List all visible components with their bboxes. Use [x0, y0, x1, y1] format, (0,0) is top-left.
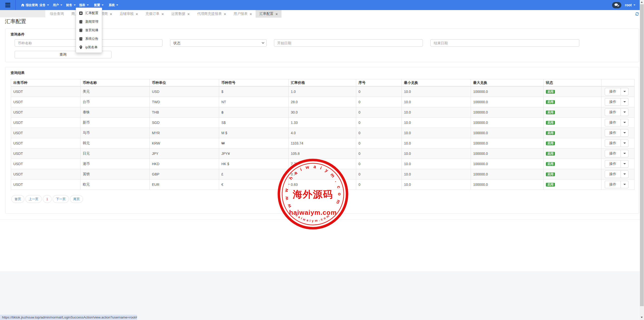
close-icon[interactable]: × [162, 12, 164, 16]
action-button[interactable]: 操作 [605, 160, 621, 168]
navbar-item-3[interactable]: 用户 [53, 0, 62, 10]
action-button[interactable]: 操作 [605, 88, 621, 95]
start-date-input[interactable] [274, 39, 423, 47]
cell-name: 英镑 [80, 169, 150, 179]
pager-last[interactable]: 尾页 [70, 195, 83, 203]
action-button[interactable]: 操作 [605, 139, 621, 147]
action-caret-button[interactable] [621, 109, 628, 116]
scrollbar-up-arrow-icon[interactable] [641, 2, 643, 3]
navbar-item-label: 财务 [66, 3, 72, 7]
menu-item-新闻管理[interactable]: 新闻管理 [76, 17, 102, 26]
menu-item-系统公告[interactable]: 系统公告 [76, 34, 102, 43]
chevron-down-icon [623, 101, 626, 102]
footer-divider [0, 220, 640, 220]
status-badge: 启用 [546, 131, 555, 135]
tab-充值订单[interactable]: 充值订单× [142, 10, 168, 18]
navbar-item-2[interactable]: 业务 [39, 0, 49, 10]
refresh-button[interactable] [635, 12, 639, 16]
close-icon[interactable]: × [136, 12, 138, 16]
cell-symbol: NT [219, 97, 289, 107]
tab-代理商充提报表[interactable]: 代理商充提报表× [193, 10, 230, 18]
action-button-group: 操作 [605, 170, 628, 178]
action-button[interactable]: 操作 [605, 150, 621, 157]
scrollbar-down-arrow-icon[interactable] [641, 317, 643, 318]
navbar-item-1[interactable]: 综合查询 [21, 0, 38, 10]
cell-seq: 0 [356, 138, 402, 148]
scrollbar-thumb[interactable] [640, 4, 644, 306]
tab-用户报表[interactable]: 用户报表× [230, 10, 256, 18]
action-caret-button[interactable] [621, 170, 628, 178]
chevron-down-icon [116, 5, 118, 6]
book-icon [79, 20, 83, 23]
tab-综合查询[interactable]: 综合查询 [46, 10, 68, 18]
cell-sell: USDT [11, 128, 80, 138]
tab-店铺审核[interactable]: 店铺审核× [116, 10, 142, 18]
action-caret-button[interactable] [621, 88, 628, 95]
user-menu[interactable]: root [625, 0, 635, 10]
pager-first[interactable]: 首页 [11, 195, 24, 203]
action-button-group: 操作 [605, 160, 628, 168]
tab-汇率配置[interactable]: 汇率配置× [256, 10, 281, 18]
cell-unit: KRW [150, 138, 219, 148]
status-select[interactable]: 状态 [170, 39, 267, 47]
menu-item-汇率配置[interactable]: 汇率配置 [76, 9, 102, 17]
action-button[interactable]: 操作 [605, 119, 621, 126]
navbar-item-7[interactable]: 系统 [109, 0, 118, 10]
status-badge: 启用 [546, 162, 555, 166]
chevron-down-icon [623, 173, 626, 175]
chat-button[interactable] [612, 2, 621, 8]
action-caret-button[interactable] [621, 98, 628, 106]
pager-current[interactable]: 1 [43, 195, 52, 203]
action-button[interactable]: 操作 [605, 129, 621, 137]
chevron-down-icon [74, 5, 76, 6]
hamburger-menu-icon[interactable] [5, 3, 10, 7]
exchange-rate-table: 出售币种币种名称币种单位币种符号汇率价格序号最小兑换最大兑换状态 USDT美元U… [11, 79, 634, 190]
action-caret-button[interactable] [621, 129, 628, 137]
cell-max: 100000.0 [471, 159, 544, 169]
action-button[interactable]: 操作 [605, 170, 621, 178]
close-icon[interactable]: × [275, 12, 278, 16]
menu-item-ip黑名单[interactable]: ip黑名单 [76, 43, 102, 52]
action-caret-button[interactable] [621, 119, 628, 126]
cell-status: 启用 [544, 107, 601, 117]
close-icon[interactable]: × [224, 12, 226, 16]
menu-item-首页轮播[interactable]: 首页轮播 [76, 26, 102, 34]
vertical-scrollbar[interactable] [640, 0, 644, 320]
navbar-item-label: 综合查询 [26, 3, 38, 7]
close-icon[interactable]: × [110, 12, 112, 16]
cell-symbol: JPY¥ [219, 148, 289, 159]
close-icon[interactable]: × [250, 12, 252, 16]
cell-rate: 30.0 [289, 107, 356, 117]
cell-max: 100000.0 [471, 169, 544, 179]
config-dropdown-menu: 汇率配置新闻管理首页轮播系统公告ip黑名单 [76, 8, 102, 53]
cell-min: 10.0 [402, 128, 471, 138]
tab-运营数据[interactable]: 运营数据× [168, 10, 193, 18]
action-button-group: 操作 [605, 150, 628, 157]
cell-status: 启用 [544, 159, 601, 169]
cell-status: 启用 [544, 128, 601, 138]
tab-label: 运营数据 [171, 12, 185, 16]
cell-name: 泰铢 [80, 107, 150, 117]
action-button-group: 操作 [605, 139, 628, 147]
action-caret-button[interactable] [621, 150, 628, 157]
action-caret-button[interactable] [621, 181, 628, 188]
close-icon[interactable]: × [187, 12, 190, 16]
pager-prev[interactable]: 上一页 [25, 195, 42, 203]
cell-seq: 0 [356, 86, 402, 97]
action-button[interactable]: 操作 [605, 98, 621, 106]
navbar-item-4[interactable]: 财务 [66, 0, 76, 10]
cell-sell: USDT [11, 107, 80, 117]
table-row: USDT泰铢THB฿30.0010.0100000.0启用操作 [11, 107, 634, 117]
action-caret-button[interactable] [621, 160, 628, 168]
pager-next[interactable]: 下一页 [53, 195, 69, 203]
status-badge: 启用 [546, 152, 555, 156]
action-button[interactable]: 操作 [605, 109, 621, 116]
status-badge: 启用 [546, 183, 555, 187]
cell-max: 100000.0 [471, 97, 544, 107]
action-caret-button[interactable] [621, 139, 628, 147]
action-button[interactable]: 操作 [605, 181, 621, 188]
tab-label: 综合查询 [50, 12, 64, 16]
end-date-input[interactable] [430, 39, 579, 47]
cell-rate: 4.0 [289, 128, 356, 138]
table-row: USDT日元JPYJPY¥105.8010.0100000.0启用操作 [11, 148, 634, 159]
